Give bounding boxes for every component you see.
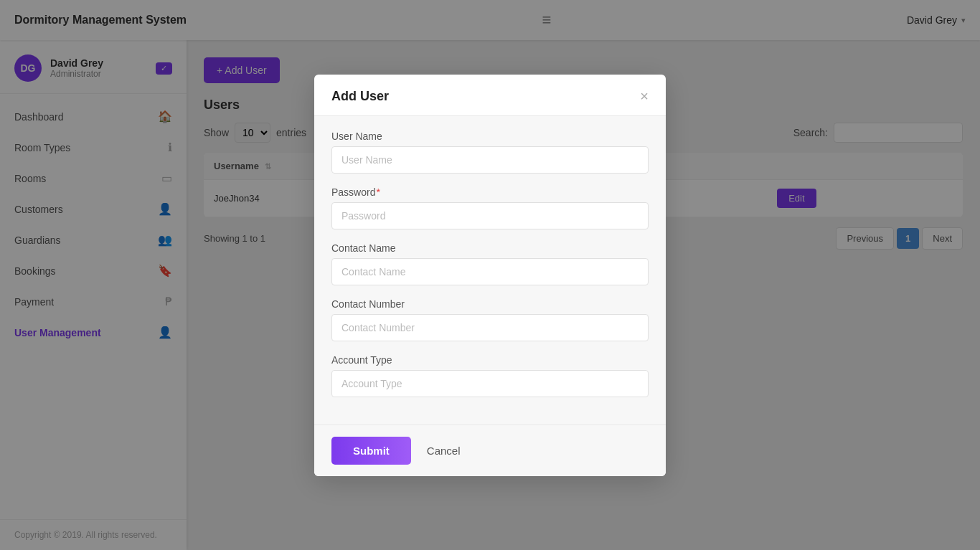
submit-button[interactable]: Submit — [331, 437, 411, 465]
modal-footer: Submit Cancel — [314, 425, 666, 476]
username-group: User Name — [331, 131, 649, 174]
password-label: Password* — [331, 186, 649, 198]
username-input[interactable] — [331, 146, 649, 174]
modal-close-button[interactable]: × — [640, 89, 649, 103]
account-type-group: Account Type — [331, 354, 649, 397]
account-type-label: Account Type — [331, 354, 649, 366]
modal-body: User Name Password* Contact Name Contact… — [314, 116, 666, 425]
password-input[interactable] — [331, 202, 649, 229]
contact-number-group: Contact Number — [331, 298, 649, 341]
contact-number-label: Contact Number — [331, 298, 649, 310]
password-group: Password* — [331, 186, 649, 229]
contact-number-input[interactable] — [331, 314, 649, 341]
cancel-button[interactable]: Cancel — [420, 437, 468, 465]
contact-name-label: Contact Name — [331, 242, 649, 254]
contact-name-group: Contact Name — [331, 242, 649, 285]
contact-name-input[interactable] — [331, 258, 649, 285]
username-label: User Name — [331, 131, 649, 142]
add-user-modal: Add User × User Name Password* Contact N… — [314, 75, 666, 476]
account-type-input[interactable] — [331, 370, 649, 397]
modal-overlay[interactable]: Add User × User Name Password* Contact N… — [0, 0, 980, 550]
modal-title: Add User — [331, 89, 389, 104]
modal-header: Add User × — [314, 75, 666, 116]
